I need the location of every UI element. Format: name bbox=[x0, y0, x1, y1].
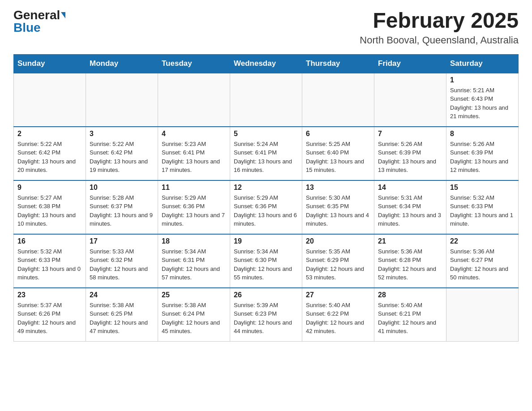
calendar-cell: 12Sunrise: 5:29 AMSunset: 6:36 PMDayligh… bbox=[230, 180, 302, 234]
day-info: Sunrise: 5:38 AMSunset: 6:24 PMDaylight:… bbox=[162, 301, 226, 336]
day-number: 9 bbox=[17, 184, 82, 192]
day-number: 22 bbox=[450, 237, 515, 245]
calendar-week-row: 9Sunrise: 5:27 AMSunset: 6:38 PMDaylight… bbox=[14, 180, 519, 234]
day-number: 14 bbox=[378, 184, 442, 192]
day-number: 16 bbox=[17, 237, 82, 245]
day-info: Sunrise: 5:29 AMSunset: 6:36 PMDaylight:… bbox=[162, 193, 226, 228]
logo-general: General bbox=[13, 9, 60, 21]
day-number: 1 bbox=[450, 76, 515, 84]
calendar-table: SundayMondayTuesdayWednesdayThursdayFrid… bbox=[13, 54, 519, 342]
calendar-cell bbox=[158, 73, 230, 127]
calendar-cell: 11Sunrise: 5:29 AMSunset: 6:36 PMDayligh… bbox=[158, 180, 230, 234]
calendar-cell: 2Sunrise: 5:22 AMSunset: 6:42 PMDaylight… bbox=[14, 127, 86, 180]
day-number: 23 bbox=[17, 291, 82, 299]
calendar-cell: 26Sunrise: 5:39 AMSunset: 6:23 PMDayligh… bbox=[230, 288, 302, 342]
calendar-cell bbox=[374, 73, 446, 127]
day-number: 5 bbox=[234, 130, 298, 138]
day-number: 7 bbox=[378, 130, 442, 138]
calendar-cell: 8Sunrise: 5:26 AMSunset: 6:39 PMDaylight… bbox=[446, 127, 519, 180]
calendar-week-row: 16Sunrise: 5:32 AMSunset: 6:33 PMDayligh… bbox=[14, 234, 519, 288]
day-number: 8 bbox=[450, 130, 515, 138]
day-number: 11 bbox=[162, 184, 226, 192]
day-info: Sunrise: 5:32 AMSunset: 6:33 PMDaylight:… bbox=[450, 193, 515, 228]
calendar-cell: 20Sunrise: 5:35 AMSunset: 6:29 PMDayligh… bbox=[302, 234, 374, 288]
day-info: Sunrise: 5:23 AMSunset: 6:41 PMDaylight:… bbox=[162, 140, 226, 175]
weekday-header-saturday: Saturday bbox=[446, 54, 519, 73]
logo: General Blue bbox=[13, 9, 65, 34]
calendar-cell: 5Sunrise: 5:24 AMSunset: 6:41 PMDaylight… bbox=[230, 127, 302, 180]
day-number: 6 bbox=[306, 130, 370, 138]
day-info: Sunrise: 5:33 AMSunset: 6:32 PMDaylight:… bbox=[90, 247, 154, 282]
calendar-cell: 3Sunrise: 5:22 AMSunset: 6:42 PMDaylight… bbox=[86, 127, 158, 180]
logo-triangle-icon bbox=[61, 12, 65, 18]
day-number: 20 bbox=[306, 237, 370, 245]
day-info: Sunrise: 5:40 AMSunset: 6:22 PMDaylight:… bbox=[306, 301, 370, 336]
calendar-week-row: 23Sunrise: 5:37 AMSunset: 6:26 PMDayligh… bbox=[14, 288, 519, 342]
day-number: 4 bbox=[162, 130, 226, 138]
day-number: 2 bbox=[17, 130, 82, 138]
day-number: 19 bbox=[234, 237, 298, 245]
day-info: Sunrise: 5:32 AMSunset: 6:33 PMDaylight:… bbox=[17, 247, 82, 282]
calendar-cell: 6Sunrise: 5:25 AMSunset: 6:40 PMDaylight… bbox=[302, 127, 374, 180]
calendar-cell: 7Sunrise: 5:26 AMSunset: 6:39 PMDaylight… bbox=[374, 127, 446, 180]
day-number: 27 bbox=[306, 291, 370, 299]
day-number: 13 bbox=[306, 184, 370, 192]
calendar-location: North Booval, Queensland, Australia bbox=[360, 34, 519, 46]
day-info: Sunrise: 5:25 AMSunset: 6:40 PMDaylight:… bbox=[306, 140, 370, 175]
day-number: 3 bbox=[90, 130, 154, 138]
calendar-cell: 1Sunrise: 5:21 AMSunset: 6:43 PMDaylight… bbox=[446, 73, 519, 127]
day-info: Sunrise: 5:24 AMSunset: 6:41 PMDaylight:… bbox=[234, 140, 298, 175]
weekday-header-thursday: Thursday bbox=[302, 54, 374, 73]
day-info: Sunrise: 5:40 AMSunset: 6:21 PMDaylight:… bbox=[378, 301, 442, 336]
calendar-cell: 10Sunrise: 5:28 AMSunset: 6:37 PMDayligh… bbox=[86, 180, 158, 234]
calendar-cell: 15Sunrise: 5:32 AMSunset: 6:33 PMDayligh… bbox=[446, 180, 519, 234]
day-info: Sunrise: 5:21 AMSunset: 6:43 PMDaylight:… bbox=[450, 86, 515, 121]
calendar-cell bbox=[446, 288, 519, 342]
calendar-cell: 27Sunrise: 5:40 AMSunset: 6:22 PMDayligh… bbox=[302, 288, 374, 342]
weekday-header-monday: Monday bbox=[86, 54, 158, 73]
weekday-header-friday: Friday bbox=[374, 54, 446, 73]
day-info: Sunrise: 5:29 AMSunset: 6:36 PMDaylight:… bbox=[234, 193, 298, 228]
day-number: 21 bbox=[378, 237, 442, 245]
title-block: February 2025 North Booval, Queensland, … bbox=[360, 9, 519, 46]
weekday-header-sunday: Sunday bbox=[14, 54, 86, 73]
day-info: Sunrise: 5:37 AMSunset: 6:26 PMDaylight:… bbox=[17, 301, 82, 336]
calendar-cell: 25Sunrise: 5:38 AMSunset: 6:24 PMDayligh… bbox=[158, 288, 230, 342]
weekday-header-row: SundayMondayTuesdayWednesdayThursdayFrid… bbox=[14, 54, 519, 73]
day-info: Sunrise: 5:22 AMSunset: 6:42 PMDaylight:… bbox=[17, 140, 82, 175]
calendar-cell: 28Sunrise: 5:40 AMSunset: 6:21 PMDayligh… bbox=[374, 288, 446, 342]
calendar-cell bbox=[302, 73, 374, 127]
day-info: Sunrise: 5:35 AMSunset: 6:29 PMDaylight:… bbox=[306, 247, 370, 282]
calendar-cell bbox=[86, 73, 158, 127]
day-info: Sunrise: 5:39 AMSunset: 6:23 PMDaylight:… bbox=[234, 301, 298, 336]
calendar-cell: 18Sunrise: 5:34 AMSunset: 6:31 PMDayligh… bbox=[158, 234, 230, 288]
day-number: 17 bbox=[90, 237, 154, 245]
logo-blue: Blue bbox=[13, 21, 41, 34]
calendar-week-row: 2Sunrise: 5:22 AMSunset: 6:42 PMDaylight… bbox=[14, 127, 519, 180]
day-info: Sunrise: 5:27 AMSunset: 6:38 PMDaylight:… bbox=[17, 193, 82, 228]
calendar-cell: 9Sunrise: 5:27 AMSunset: 6:38 PMDaylight… bbox=[14, 180, 86, 234]
weekday-header-tuesday: Tuesday bbox=[158, 54, 230, 73]
page-header: General Blue February 2025 North Booval,… bbox=[13, 9, 519, 46]
calendar-cell bbox=[14, 73, 86, 127]
calendar-cell: 4Sunrise: 5:23 AMSunset: 6:41 PMDaylight… bbox=[158, 127, 230, 180]
calendar-cell: 16Sunrise: 5:32 AMSunset: 6:33 PMDayligh… bbox=[14, 234, 86, 288]
day-info: Sunrise: 5:26 AMSunset: 6:39 PMDaylight:… bbox=[378, 140, 442, 175]
calendar-cell: 21Sunrise: 5:36 AMSunset: 6:28 PMDayligh… bbox=[374, 234, 446, 288]
day-info: Sunrise: 5:36 AMSunset: 6:27 PMDaylight:… bbox=[450, 247, 515, 282]
day-number: 24 bbox=[90, 291, 154, 299]
day-number: 10 bbox=[90, 184, 154, 192]
day-info: Sunrise: 5:30 AMSunset: 6:35 PMDaylight:… bbox=[306, 193, 370, 228]
day-number: 25 bbox=[162, 291, 226, 299]
calendar-cell bbox=[230, 73, 302, 127]
calendar-title: February 2025 bbox=[360, 9, 519, 33]
day-number: 28 bbox=[378, 291, 442, 299]
calendar-cell: 23Sunrise: 5:37 AMSunset: 6:26 PMDayligh… bbox=[14, 288, 86, 342]
day-info: Sunrise: 5:22 AMSunset: 6:42 PMDaylight:… bbox=[90, 140, 154, 175]
day-number: 26 bbox=[234, 291, 298, 299]
calendar-cell: 17Sunrise: 5:33 AMSunset: 6:32 PMDayligh… bbox=[86, 234, 158, 288]
day-info: Sunrise: 5:34 AMSunset: 6:30 PMDaylight:… bbox=[234, 247, 298, 282]
calendar-cell: 13Sunrise: 5:30 AMSunset: 6:35 PMDayligh… bbox=[302, 180, 374, 234]
day-info: Sunrise: 5:26 AMSunset: 6:39 PMDaylight:… bbox=[450, 140, 515, 175]
day-info: Sunrise: 5:36 AMSunset: 6:28 PMDaylight:… bbox=[378, 247, 442, 282]
